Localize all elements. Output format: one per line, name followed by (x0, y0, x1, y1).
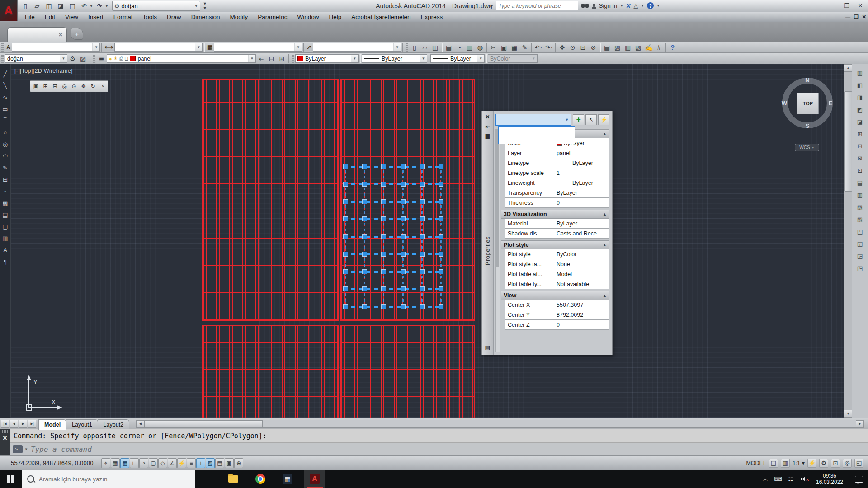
selection-grip[interactable] (401, 182, 406, 187)
search-arrow-icon[interactable]: ▶ (491, 4, 493, 8)
menu-acrobat-i-aretlemeleri[interactable]: Acrobat İşaretlemeleri (346, 12, 415, 22)
object-type-combo[interactable]: ▼ (495, 114, 571, 126)
menu-express[interactable]: Express (416, 12, 448, 22)
3d-object-snap-toggle[interactable]: ◇ (158, 458, 167, 468)
selection-grip[interactable] (343, 182, 348, 187)
selection-grip[interactable] (420, 199, 425, 204)
layer-combo[interactable]: ●☀⎙◻panel▼ (107, 54, 256, 63)
scroll-up-icon[interactable]: ▲ (844, 64, 852, 72)
toggle-pickadd-button[interactable]: ✚ (573, 114, 584, 125)
draw-tool-icon-16[interactable]: A (1, 244, 10, 256)
selection-grip[interactable] (362, 286, 367, 291)
selection-grip[interactable] (420, 182, 425, 187)
cut-icon[interactable]: ✂ (488, 42, 499, 52)
draw-tool-icon-5[interactable]: ⌒ (1, 115, 10, 127)
selection-grip[interactable] (362, 252, 367, 257)
minimize-button[interactable]: — (826, 0, 840, 11)
vertical-scroll-thumb[interactable] (844, 91, 852, 192)
workspace-save-icon[interactable]: ▨ (78, 54, 88, 64)
docked-tool-icon-2[interactable]: ◧ (855, 81, 865, 89)
vp-icon-8[interactable]: ◔ (98, 82, 107, 91)
selection-grip[interactable] (439, 199, 443, 204)
layer-properties-manager-icon[interactable]: ≣ (96, 54, 107, 64)
draw-tool-icon-17[interactable]: ¶ (1, 256, 10, 267)
redo-icon[interactable]: ↷ (94, 1, 105, 11)
3d-dwf-icon[interactable]: ◍ (475, 42, 485, 52)
vp-icon-2[interactable]: ⊞ (41, 82, 50, 91)
compass-north[interactable]: N (804, 77, 811, 84)
docked-tool-icon-9[interactable]: ⊡ (855, 166, 865, 174)
section-header-plot-style[interactable]: Plot style▲ (501, 240, 609, 249)
save-icon[interactable]: ◫ (430, 42, 440, 52)
clean-screen-icon[interactable]: ◱ (854, 459, 863, 468)
docked-tool-icon-7[interactable]: ⊟ (855, 142, 865, 150)
palette-close-icon[interactable]: ✕ (484, 113, 492, 121)
object-snap-toggle[interactable]: ▢ (149, 458, 158, 468)
designcenter-icon[interactable]: ▨ (612, 42, 623, 52)
docked-tool-icon-14[interactable]: ◰ (855, 227, 865, 235)
tab-layout2[interactable]: Layout2 (98, 419, 129, 430)
dynamic-ucs-toggle[interactable]: ⚡ (177, 458, 186, 468)
lineweight-combo[interactable]: ByLayer▼ (430, 54, 485, 63)
draw-tool-icon-11[interactable]: ◦ (1, 185, 10, 197)
property-value[interactable]: ByLayer (554, 188, 609, 197)
markup-icon[interactable]: ✍ (643, 42, 654, 52)
publish-icon[interactable]: ▥ (464, 42, 475, 52)
wcs-badge[interactable]: WCS▼ (795, 144, 819, 151)
selection-grip[interactable] (401, 286, 406, 291)
model-space-label[interactable]: MODEL (746, 460, 766, 466)
workspace-combo[interactable]: ⚙ doğan ▼ (112, 1, 200, 11)
draw-tool-icon-7[interactable]: ◎ (1, 138, 10, 150)
property-value[interactable]: ByLayer (554, 219, 609, 228)
selection-grip[interactable] (343, 252, 348, 257)
viewport-label[interactable]: [-][Top][2D Wireframe] (14, 68, 73, 74)
tab-layout1[interactable]: Layout1 (66, 419, 98, 430)
layer-freeze-icon[interactable]: ☀ (113, 56, 118, 61)
selection-grip[interactable] (343, 164, 348, 169)
menu-help[interactable]: Help (324, 12, 346, 22)
selection-grip[interactable] (343, 269, 348, 274)
compass-south[interactable]: S (804, 122, 811, 129)
chevron-down-icon[interactable]: ▼ (620, 4, 623, 8)
selection-grip[interactable] (381, 269, 386, 274)
docked-tool-icon-4[interactable]: ◩ (855, 105, 865, 113)
selection-grip[interactable] (401, 252, 406, 257)
close-button[interactable]: ✕ (854, 0, 867, 11)
qat-customize-button[interactable]: ▼▼ (201, 1, 209, 10)
selection-grip[interactable] (439, 304, 443, 309)
selection-grip[interactable] (420, 304, 425, 309)
application-menu-button[interactable]: A (0, 0, 18, 21)
object-type-dropdown-list[interactable] (498, 126, 575, 144)
selection-grip[interactable] (381, 304, 386, 309)
selection-cycling-toggle[interactable]: ▣ (225, 458, 234, 468)
selection-grip[interactable] (362, 234, 367, 239)
file-explorer-icon[interactable] (222, 470, 244, 488)
restore-button[interactable]: ❐ (840, 0, 854, 11)
tool-palettes-icon[interactable]: ▥ (623, 42, 633, 52)
draw-tool-icon-10[interactable]: ⊞ (1, 174, 10, 185)
undo-icon[interactable]: ↶ (533, 42, 543, 52)
property-value[interactable]: Not available (554, 279, 609, 289)
save-as-icon[interactable]: ◪ (55, 1, 66, 11)
scroll-right-icon[interactable]: ▶ (856, 420, 864, 427)
chevron-down-icon[interactable]: ▼ (105, 4, 108, 8)
dwg-close-button[interactable]: ✕ (862, 14, 866, 20)
draw-tool-icon-4[interactable]: ▭ (1, 103, 10, 115)
horizontal-scroll-thumb[interactable] (144, 420, 263, 427)
chevron-down-icon[interactable]: ▼ (351, 55, 358, 62)
palette-autohide-icon[interactable]: ⇤ (484, 122, 492, 131)
dwg-restore-button[interactable]: ❐ (854, 14, 859, 20)
infer-constraints-toggle[interactable]: ⌖ (101, 458, 110, 468)
selection-grip[interactable] (439, 286, 443, 291)
selection-grip[interactable] (381, 164, 386, 169)
text-style-combo[interactable]: ▼ (12, 43, 100, 52)
property-value[interactable]: ByColor (554, 249, 609, 259)
volume-muted-icon[interactable]: ✕ (797, 470, 809, 488)
draw-tool-icon-6[interactable]: ○ (1, 127, 10, 138)
menu-format[interactable]: Format (108, 12, 138, 22)
drawing-tab[interactable]: ✕ (7, 27, 67, 42)
lineweight-toggle[interactable]: + (196, 458, 205, 468)
menu-parametric[interactable]: Parametric (253, 12, 292, 22)
section-header-3d-visualization[interactable]: 3D Visualization▲ (501, 210, 609, 219)
property-value[interactable]: 0 (554, 198, 609, 207)
